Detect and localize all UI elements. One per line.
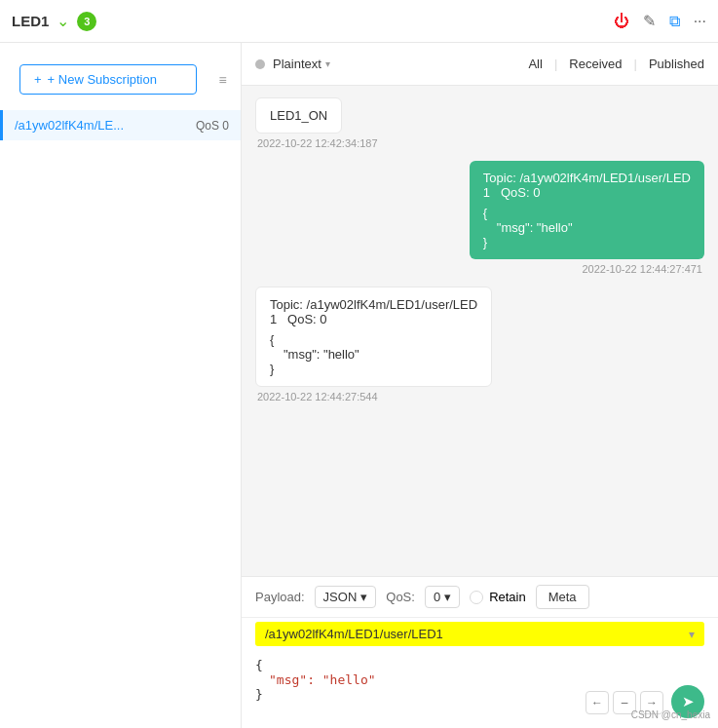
recv-body: { "msg": "hello" }	[270, 332, 477, 376]
header-left: LED1 ⌄ 3	[12, 12, 96, 31]
meta-button[interactable]: Meta	[536, 585, 589, 609]
bottom-panel: Payload: JSON ▾ QoS: 0 ▾ Retain Meta	[242, 576, 718, 728]
radio-circle-icon	[470, 591, 483, 604]
sent-topic-line2: 1 QoS: 0	[483, 185, 691, 200]
collapse-icon: ≡	[219, 72, 227, 88]
sidebar: + + New Subscription ≡ /a1yw02lfK4m/LE..…	[0, 43, 242, 728]
message-received-2: Topic: /a1yw02lfK4m/LED1/user/LED 1 QoS:…	[255, 287, 704, 402]
qos-chevron: ▾	[444, 590, 451, 604]
collapse-button[interactable]: ≡	[212, 65, 233, 95]
notification-badge: 3	[77, 12, 96, 31]
recv-topic-line2: 1 QoS: 0	[270, 312, 477, 326]
message-sent-1: Topic: /a1yw02lfK4m/LED1/user/LED 1 QoS:…	[255, 161, 704, 275]
filter-all[interactable]: All	[528, 57, 542, 71]
qos-label: QoS:	[386, 590, 415, 604]
message-bubble: LED1_ON	[255, 97, 342, 134]
message-time: 2022-10-22 12:42:34:187	[255, 137, 378, 149]
retain-checkbox[interactable]: Retain	[470, 590, 526, 604]
payload-type-chevron: ▾	[360, 590, 367, 604]
topic-input[interactable]	[265, 627, 689, 641]
topic-row: ▾	[255, 622, 704, 646]
power-icon[interactable]: ⏻	[614, 13, 629, 30]
message-bubble-received-2: Topic: /a1yw02lfK4m/LED1/user/LED 1 QoS:…	[255, 287, 492, 387]
recv-topic-line1: Topic: /a1yw02lfK4m/LED1/user/LED	[270, 297, 477, 312]
message-time-sent: 2022-10-22 12:44:27:471	[582, 263, 704, 275]
subscription-item[interactable]: /a1yw02lfK4m/LE... QoS 0	[0, 110, 241, 140]
header-right: ⏻ ✎ ⧉ ···	[614, 12, 706, 30]
payload-type-label: Plaintext	[273, 57, 321, 71]
chat-panel: Plaintext ▾ All | Received | Published L…	[242, 43, 718, 728]
sent-body: { "msg": "hello" }	[483, 206, 691, 249]
payload-label: Payload:	[255, 590, 305, 604]
window-icon[interactable]: ⧉	[669, 13, 680, 30]
payload-type-value: JSON	[323, 590, 358, 604]
chevron-down-icon[interactable]: ⌄	[57, 12, 69, 30]
message-bubble-sent: Topic: /a1yw02lfK4m/LED1/user/LED 1 QoS:…	[470, 161, 704, 259]
main-layout: + + New Subscription ≡ /a1yw02lfK4m/LE..…	[0, 43, 718, 728]
header: LED1 ⌄ 3 ⏻ ✎ ⧉ ···	[0, 0, 718, 43]
qos-value: 0	[434, 590, 440, 604]
toolbar-left: Plaintext ▾	[255, 57, 330, 71]
sent-topic-line1: Topic: /a1yw02lfK4m/LED1/user/LED	[483, 171, 691, 185]
message-text: LED1_ON	[270, 108, 327, 123]
message-received-1: LED1_ON 2022-10-22 12:42:34:187	[255, 97, 704, 149]
watermark: CSDN @cn_hexia	[631, 709, 710, 720]
subscription-label: /a1yw02lfK4m/LE...	[15, 118, 124, 133]
filter-received[interactable]: Received	[569, 57, 622, 71]
message-list: LED1_ON 2022-10-22 12:42:34:187 Topic: /…	[242, 86, 718, 576]
payload-type-selector[interactable]: Plaintext ▾	[273, 57, 330, 71]
filter-published[interactable]: Published	[649, 57, 704, 71]
qos-select[interactable]: 0 ▾	[425, 586, 460, 608]
chat-toolbar: Plaintext ▾ All | Received | Published	[242, 43, 718, 86]
status-dot	[255, 59, 265, 69]
toolbar-right: All | Received | Published	[528, 57, 704, 71]
new-subscription-button[interactable]: + + New Subscription	[19, 64, 197, 95]
topic-chevron-icon[interactable]: ▾	[689, 628, 695, 641]
subscription-qos: QoS 0	[196, 119, 229, 133]
edit-icon[interactable]: ✎	[643, 12, 656, 30]
payload-type-select[interactable]: JSON ▾	[315, 586, 377, 608]
payload-chevron-icon: ▾	[325, 58, 330, 69]
nav-back-button[interactable]: ←	[586, 691, 609, 714]
more-icon[interactable]: ···	[694, 13, 706, 30]
retain-label: Retain	[489, 590, 526, 604]
bottom-toolbar: Payload: JSON ▾ QoS: 0 ▾ Retain Meta	[242, 577, 718, 618]
plus-icon: +	[34, 72, 42, 87]
message-time-2: 2022-10-22 12:44:27:544	[255, 391, 378, 402]
app-title: LED1	[12, 13, 49, 29]
send-icon: ➤	[682, 693, 695, 710]
